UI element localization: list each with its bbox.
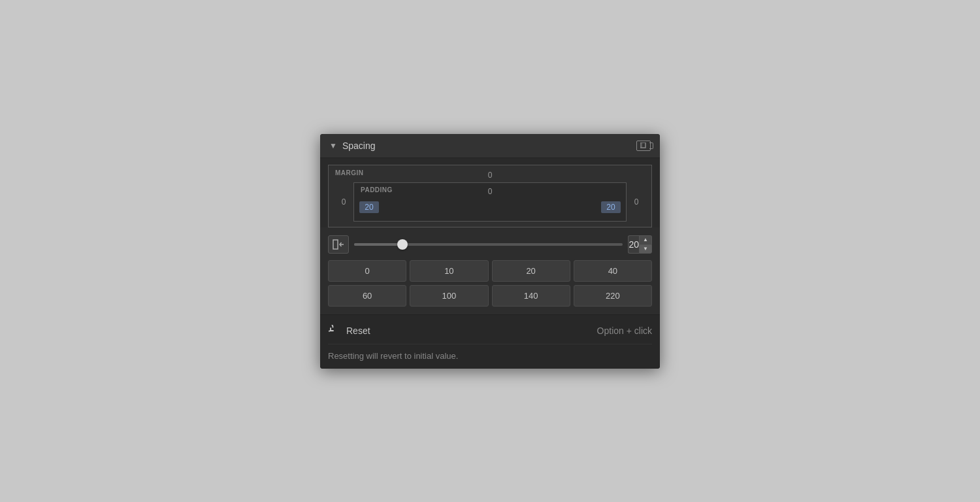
spacing-panel: ▼ Spacing MARGIN 0 0 PADDING 0 20 — [320, 134, 660, 369]
stepper-buttons: ▲ ▼ — [639, 235, 652, 254]
padding-center-area — [379, 197, 601, 217]
panel-header-icon[interactable] — [636, 141, 651, 151]
preset-btn-0[interactable]: 0 — [328, 260, 406, 282]
panel-header-left: ▼ Spacing — [329, 141, 375, 151]
slider-track[interactable] — [354, 243, 623, 246]
slider-fill — [354, 243, 402, 246]
padding-middle-row: 20 20 — [359, 197, 621, 217]
preset-btn-140[interactable]: 140 — [492, 285, 570, 307]
svg-rect-0 — [640, 142, 645, 148]
preset-btn-60[interactable]: 60 — [328, 285, 406, 307]
spacing-diagram: MARGIN 0 0 PADDING 0 20 20 0 — [320, 158, 660, 227]
decrement-button[interactable]: ▼ — [639, 244, 652, 254]
padding-left-value[interactable]: 20 — [359, 201, 379, 213]
margin-box: MARGIN 0 0 PADDING 0 20 20 0 — [328, 165, 652, 227]
option-click-text: Option + click — [597, 326, 652, 336]
collapse-chevron-icon[interactable]: ▼ — [329, 141, 337, 150]
margin-top-value[interactable]: 0 — [334, 171, 646, 180]
margin-middle-row: 0 PADDING 0 20 20 0 — [334, 182, 646, 222]
reset-section: Reset Option + click Resetting will reve… — [320, 314, 660, 369]
margin-left-value[interactable]: 0 — [334, 197, 353, 207]
padding-left-icon[interactable] — [328, 235, 349, 254]
padding-right-value[interactable]: 20 — [601, 201, 621, 213]
padding-top-value[interactable]: 0 — [359, 187, 621, 196]
padding-box: PADDING 0 20 20 — [353, 182, 627, 222]
value-input-group: 20 ▲ ▼ — [628, 235, 652, 254]
preset-btn-40[interactable]: 40 — [574, 260, 652, 282]
padding-label: PADDING — [361, 186, 393, 193]
controls-section: 20 ▲ ▼ 0 10 20 40 60 100 140 220 — [320, 227, 660, 314]
value-display[interactable]: 20 — [628, 235, 639, 254]
slider-thumb[interactable] — [397, 239, 408, 250]
preset-btn-220[interactable]: 220 — [574, 285, 652, 307]
panel-header: ▼ Spacing — [320, 134, 660, 158]
panel-title: Spacing — [342, 141, 376, 151]
preset-grid: 0 10 20 40 60 100 140 220 — [328, 260, 652, 307]
preset-btn-100[interactable]: 100 — [410, 285, 488, 307]
reset-description: Resetting will revert to initial value. — [328, 344, 652, 361]
margin-right-value[interactable]: 0 — [627, 197, 646, 207]
increment-button[interactable]: ▲ — [639, 235, 652, 244]
margin-label: MARGIN — [335, 169, 364, 176]
svg-rect-2 — [333, 240, 338, 249]
slider-row: 20 ▲ ▼ — [328, 235, 652, 254]
reset-label: Reset — [346, 326, 370, 336]
reset-row: Reset Option + click — [328, 324, 652, 337]
reset-icon — [328, 324, 341, 337]
preset-btn-10[interactable]: 10 — [410, 260, 488, 282]
reset-button[interactable]: Reset — [328, 324, 370, 337]
preset-btn-20[interactable]: 20 — [492, 260, 570, 282]
